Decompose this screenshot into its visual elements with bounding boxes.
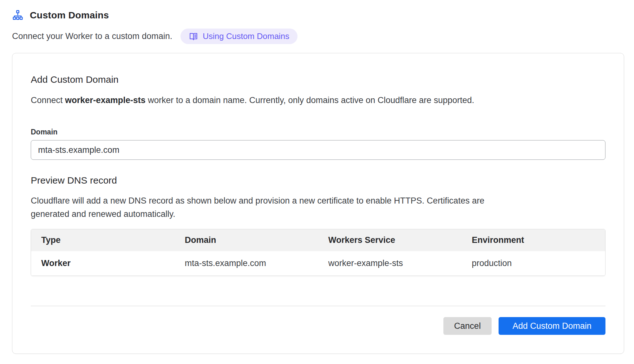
domain-input[interactable] [31,140,605,160]
page: Custom Domains Connect your Worker to a … [0,0,634,354]
description-suffix: worker to a domain name. Currently, only… [146,95,474,105]
column-header-environment: Environment [462,229,605,251]
description-prefix: Connect [31,95,65,105]
domain-label: Domain [31,127,605,136]
add-custom-domain-button[interactable]: Add Custom Domain [499,317,605,335]
actions-divider [31,306,605,306]
table-header-row: Type Domain Workers Service Environment [31,229,605,251]
sitemap-icon [12,10,23,21]
cell-type: Worker [31,251,175,276]
preview-dns-description: Cloudflare will add a new DNS record as … [31,194,605,221]
page-title: Custom Domains [30,10,109,21]
preview-description-line: Cloudflare will add a new DNS record as … [31,194,605,207]
page-header: Custom Domains [12,8,624,22]
book-icon [189,32,198,41]
cell-workers-service: worker-example-sts [318,251,462,276]
cell-domain: mta-sts.example.com [175,251,318,276]
subtitle-row: Connect your Worker to a custom domain. … [12,29,624,44]
cell-environment: production [462,251,605,276]
page-subtitle: Connect your Worker to a custom domain. [12,31,172,41]
card-heading: Add Custom Domain [31,74,605,86]
card-actions: Cancel Add Custom Domain [31,317,605,335]
cancel-button[interactable]: Cancel [443,317,492,335]
preview-description-line: generated and renewed automatically. [31,207,605,221]
worker-description: Connect worker-example-sts worker to a d… [31,94,605,106]
preview-dns-heading: Preview DNS record [31,174,605,186]
add-custom-domain-card: Add Custom Domain Connect worker-example… [12,53,624,354]
docs-link-label: Using Custom Domains [203,31,289,41]
column-header-workers-service: Workers Service [318,229,462,251]
column-header-type: Type [31,229,175,251]
docs-link-badge[interactable]: Using Custom Domains [180,29,297,44]
table-row: Worker mta-sts.example.com worker-exampl… [31,251,605,276]
worker-name: worker-example-sts [65,95,146,105]
dns-preview-table: Type Domain Workers Service Environment … [31,229,605,276]
column-header-domain: Domain [175,229,318,251]
